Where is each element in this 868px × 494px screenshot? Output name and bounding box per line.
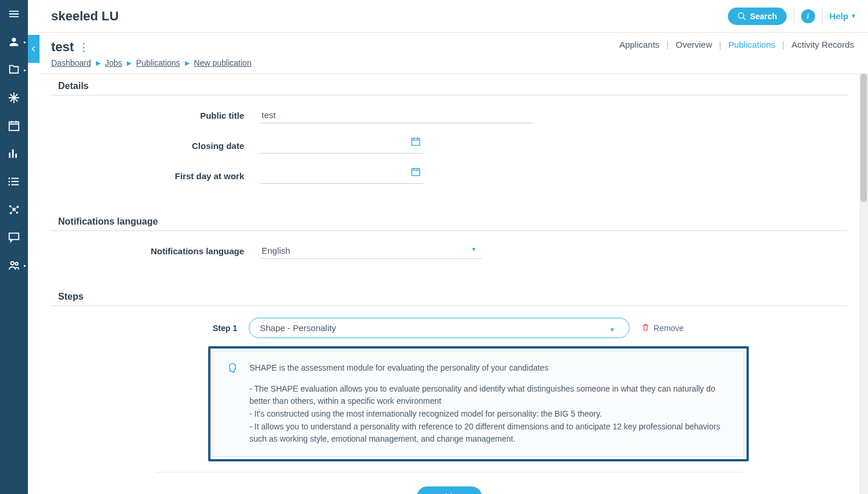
- scrollbar-thumb[interactable]: [860, 74, 867, 202]
- content: Details Public title Closing date: [40, 74, 859, 494]
- sidebar-item-candidates[interactable]: ▸: [0, 28, 28, 56]
- info-headline: SHAPE is the assessment module for evalu…: [249, 362, 731, 375]
- calendar-icon: [410, 166, 421, 177]
- svg-point-12: [738, 13, 744, 18]
- plus-icon: +: [427, 492, 433, 494]
- asterisk-icon: [8, 91, 20, 104]
- collapse-column: [28, 0, 40, 494]
- help-button[interactable]: Help ▼: [830, 11, 856, 21]
- svg-rect-13: [412, 138, 420, 145]
- info-bullet-1: - The SHAPE evaluation allows you to eva…: [249, 383, 731, 408]
- search-button[interactable]: Search: [728, 8, 787, 25]
- remove-step-button[interactable]: Remove: [641, 323, 684, 333]
- sub-header: test ⋮ Dashboard ▶ Jobs ▶ Publications ▶…: [40, 33, 868, 74]
- list-icon: [8, 175, 20, 188]
- first-day-input[interactable]: [260, 168, 423, 184]
- remove-step-label: Remove: [653, 324, 684, 333]
- step1-select[interactable]: Shape - Personality ▼: [249, 318, 630, 338]
- sidebar-item-analytics[interactable]: [0, 140, 28, 168]
- sidebar-item-team[interactable]: ▸: [0, 251, 28, 279]
- expand-icon: ▸: [24, 263, 26, 268]
- tab-applicants[interactable]: Applicants: [617, 40, 662, 49]
- collapse-sidebar-button[interactable]: [28, 35, 40, 63]
- network-icon: [8, 203, 20, 216]
- trash-icon: [641, 323, 650, 333]
- hamburger-icon: [8, 8, 20, 20]
- breadcrumb-new-publication[interactable]: New publication: [194, 58, 252, 67]
- team-icon: [8, 259, 20, 272]
- tab-links: Applicants | Overview | Publications | A…: [617, 40, 856, 49]
- page-actions-menu[interactable]: ⋮: [78, 41, 89, 54]
- calendar-icon: [8, 119, 20, 132]
- sidebar-item-list[interactable]: [0, 168, 28, 196]
- svg-point-10: [11, 262, 15, 265]
- first-day-calendar-button[interactable]: [410, 166, 421, 179]
- closing-date-input[interactable]: [260, 137, 423, 154]
- add-step-button[interactable]: + Add step: [417, 486, 481, 494]
- search-icon: [737, 12, 746, 21]
- sidebar-menu-toggle[interactable]: [0, 0, 28, 28]
- folder-icon: [8, 63, 20, 76]
- breadcrumb-publications[interactable]: Publications: [136, 58, 180, 67]
- expand-icon: ▸: [24, 67, 26, 73]
- tab-overview[interactable]: Overview: [673, 40, 715, 49]
- info-button[interactable]: i: [801, 9, 815, 23]
- notifications-language-select[interactable]: [260, 243, 481, 259]
- public-title-input[interactable]: [260, 107, 534, 123]
- sidebar-item-asterisk[interactable]: [0, 84, 28, 112]
- sidebar-item-feedback[interactable]: [0, 223, 28, 251]
- closing-date-calendar-button[interactable]: [410, 136, 421, 149]
- step1-select-value: Shape - Personality: [260, 323, 336, 333]
- info-bullet-2: - It's constructed using the most intern…: [249, 408, 731, 421]
- sidebar-item-calendar[interactable]: [0, 112, 28, 140]
- public-title-label: Public title: [51, 111, 260, 120]
- calendar-icon: [410, 136, 421, 147]
- chevron-right-icon: ▶: [96, 59, 101, 67]
- svg-point-1: [8, 177, 10, 179]
- svg-point-11: [15, 262, 18, 265]
- person-icon: [8, 35, 20, 48]
- header: skeeled LU Search i Help ▼: [40, 0, 868, 33]
- breadcrumb: Dashboard ▶ Jobs ▶ Publications ▶ New pu…: [51, 58, 251, 67]
- closing-date-label: Closing date: [51, 141, 260, 151]
- section-notifications-title: Notifications language: [51, 212, 848, 231]
- step1-label: Step 1: [197, 324, 237, 333]
- chevron-right-icon: ▶: [127, 59, 131, 67]
- svg-rect-14: [412, 169, 420, 176]
- first-day-label: First day at work: [51, 171, 260, 181]
- info-panel: SHAPE is the assessment module for evalu…: [208, 346, 749, 461]
- section-steps-title: Steps: [51, 287, 848, 306]
- brand-title: skeeled LU: [51, 9, 119, 24]
- sidebar: ▸ ▸ ▸: [0, 0, 28, 494]
- scrollbar[interactable]: [859, 74, 868, 494]
- chevron-down-icon: ▼: [851, 13, 856, 19]
- svg-point-3: [8, 184, 10, 186]
- sidebar-item-jobs[interactable]: ▸: [0, 56, 28, 84]
- info-bullet-3: - It allows you to understand a personal…: [249, 421, 731, 446]
- chevron-right-icon: ▶: [185, 59, 190, 67]
- breadcrumb-dashboard[interactable]: Dashboard: [51, 58, 91, 67]
- svg-point-2: [8, 181, 10, 183]
- tab-activity-records[interactable]: Activity Records: [789, 40, 856, 49]
- section-details-title: Details: [51, 76, 848, 95]
- tab-publications[interactable]: Publications: [726, 40, 778, 49]
- chat-icon: [8, 231, 20, 244]
- search-button-label: Search: [750, 12, 777, 21]
- expand-icon: ▸: [24, 40, 26, 45]
- breadcrumb-jobs[interactable]: Jobs: [105, 58, 123, 67]
- head-icon: [226, 362, 239, 446]
- page-title: test: [51, 40, 74, 55]
- notifications-language-label: Notifications language: [51, 246, 260, 256]
- svg-rect-9: [9, 233, 19, 240]
- chevron-down-icon: ▼: [609, 326, 615, 333]
- sidebar-item-network[interactable]: [0, 196, 28, 223]
- help-button-label: Help: [830, 11, 849, 21]
- bars-icon: [8, 147, 20, 160]
- svg-rect-0: [9, 122, 19, 131]
- chevron-left-icon: [30, 45, 37, 52]
